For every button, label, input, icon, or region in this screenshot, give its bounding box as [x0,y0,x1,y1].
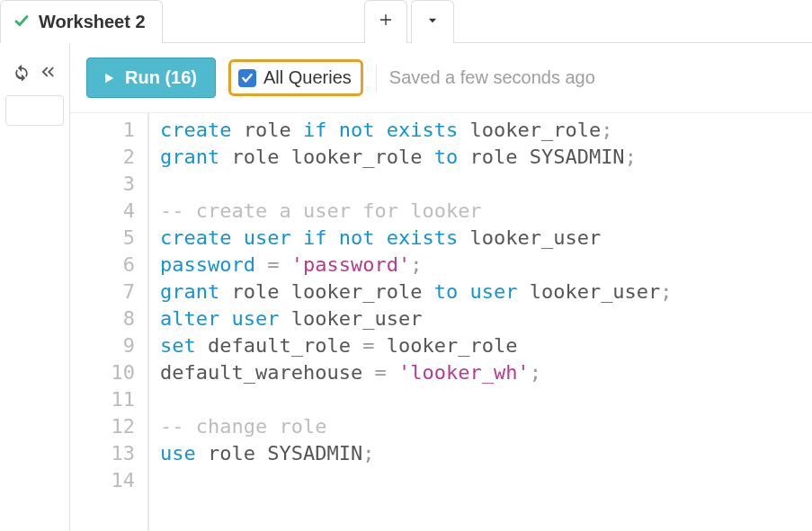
play-icon [102,70,116,86]
line-number: 2 [70,144,135,171]
code-line[interactable] [160,171,812,198]
run-button-label: Run (16) [125,67,197,88]
code-line[interactable]: create user if not exists looker_user [160,225,812,252]
caret-down-icon [426,13,439,31]
code-area[interactable]: create role if not exists looker_role;gr… [149,113,812,531]
tab-menu-button[interactable] [411,0,454,43]
code-line[interactable]: grant role looker_role to user looker_us… [160,279,812,305]
vertical-separator [376,65,377,92]
sql-editor[interactable]: 1234567891011121314 create role if not e… [70,112,812,531]
code-line[interactable]: password = 'password'; [160,252,812,279]
code-line[interactable] [160,386,812,413]
line-number: 5 [70,225,135,252]
left-panel [0,43,70,531]
line-number: 8 [70,305,135,332]
all-queries-label: All Queries [263,67,352,88]
code-line[interactable]: set default_role = looker_role [160,332,812,359]
line-number: 3 [70,171,135,198]
line-number: 4 [70,198,135,225]
line-number-gutter: 1234567891011121314 [70,113,149,531]
line-number: 14 [70,467,135,494]
tab-bar: Worksheet 2 [0,0,812,43]
saved-status: Saved a few seconds ago [389,67,595,88]
checkbox-checked-icon [238,69,256,87]
code-line[interactable]: use role SYSADMIN; [160,440,812,467]
plus-icon [379,13,393,31]
line-number: 12 [70,413,135,440]
code-line[interactable] [160,467,812,494]
all-queries-toggle[interactable]: All Queries [228,59,363,96]
code-line[interactable]: alter user looker_user [160,305,812,332]
code-line[interactable]: -- change role [160,413,812,440]
code-line[interactable]: create role if not exists looker_role; [160,117,812,144]
line-number: 13 [70,440,135,467]
run-button[interactable]: Run (16) [86,58,216,98]
search-input[interactable] [5,95,64,126]
code-line[interactable]: -- create a user for looker [160,198,812,225]
tab-title: Worksheet 2 [39,12,146,32]
line-number: 6 [70,252,135,279]
check-icon [13,13,30,31]
code-line[interactable]: default_warehouse = 'looker_wh'; [160,359,812,386]
line-number: 10 [70,359,135,386]
new-tab-button[interactable] [364,0,407,43]
line-number: 11 [70,386,135,413]
code-line[interactable]: grant role looker_role to role SYSADMIN; [160,144,812,171]
line-number: 1 [70,117,135,144]
tab-worksheet-active[interactable]: Worksheet 2 [0,0,163,43]
line-number: 7 [70,279,135,305]
line-number: 9 [70,332,135,359]
toolbar: Run (16) All Queries Saved a few seconds… [70,43,812,112]
collapse-left-icon[interactable] [38,62,58,82]
refresh-icon[interactable] [13,63,31,81]
